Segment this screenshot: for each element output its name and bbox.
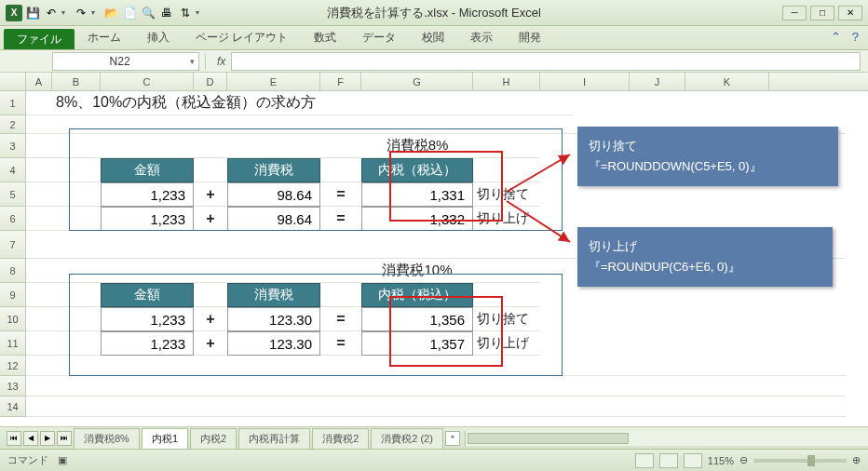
qat-sort-icon[interactable]: ⇅ [177, 5, 194, 21]
col-header-F[interactable]: F [320, 73, 361, 90]
cell-incl[interactable]: 1,356 [361, 307, 473, 331]
qat-preview-icon[interactable]: 🔍 [140, 5, 156, 21]
cell[interactable] [26, 158, 52, 182]
sheet-nav-prev[interactable]: ◀ [23, 431, 38, 446]
cell-amount[interactable]: 1,233 [101, 307, 194, 331]
col-header-C[interactable]: C [101, 73, 194, 90]
col-header-D[interactable]: D [194, 73, 227, 90]
zoom-in-button[interactable]: ⊕ [852, 454, 861, 466]
header-incl[interactable]: 内税（税込） [361, 158, 473, 182]
cell[interactable] [26, 283, 52, 307]
select-all-corner[interactable] [0, 73, 26, 90]
qat-save-icon[interactable]: 💾 [24, 5, 41, 21]
col-header-H[interactable]: H [473, 73, 540, 90]
col-header-I[interactable]: I [540, 73, 630, 90]
sheet-tab[interactable]: 内税1 [142, 428, 188, 449]
h-scrollbar[interactable] [465, 431, 868, 446]
cell-amount[interactable]: 1,233 [101, 207, 194, 231]
view-normal-icon[interactable] [635, 453, 654, 468]
zoom-level[interactable]: 115% [708, 455, 734, 466]
cell[interactable] [52, 134, 101, 158]
formula-input[interactable] [231, 52, 861, 71]
cell[interactable] [26, 397, 846, 417]
cell-eq[interactable]: = [320, 331, 361, 356]
cell[interactable] [320, 158, 361, 182]
zoom-out-button[interactable]: ⊖ [739, 454, 748, 466]
cell[interactable] [26, 331, 52, 356]
col-header-J[interactable]: J [630, 73, 685, 90]
cell[interactable] [26, 182, 52, 207]
cell[interactable] [26, 134, 52, 158]
cell-tax[interactable]: 98.64 [227, 182, 320, 207]
view-layout-icon[interactable] [659, 453, 678, 468]
cell-incl[interactable]: 1,331 [361, 182, 473, 207]
row-header[interactable]: 1 [0, 91, 26, 115]
cell[interactable] [194, 259, 227, 283]
cell-tax[interactable]: 123.30 [227, 307, 320, 331]
row-header[interactable]: 3 [0, 134, 26, 158]
tab-view[interactable]: 表示 [457, 26, 506, 49]
cell[interactable] [52, 182, 101, 207]
cell[interactable] [320, 259, 361, 283]
sheet-nav-first[interactable]: ⏮ [7, 431, 21, 446]
cell[interactable] [473, 283, 540, 307]
cell[interactable] [320, 134, 361, 158]
row-header[interactable]: 13 [0, 376, 26, 397]
sheet-nav-next[interactable]: ▶ [40, 431, 55, 446]
qat-customize-drop[interactable]: ▾ [196, 8, 205, 17]
sheet-tab[interactable]: 消費税8% [74, 428, 140, 449]
cell[interactable] [194, 134, 227, 158]
cell[interactable] [194, 158, 227, 182]
qat-redo-drop[interactable]: ▾ [91, 8, 101, 17]
cell-plus[interactable]: + [194, 307, 227, 331]
cell-plus[interactable]: + [194, 207, 227, 231]
cell-label[interactable]: 切り上げ [473, 331, 540, 356]
cell-tax[interactable]: 98.64 [227, 207, 320, 231]
tab-developer[interactable]: 開発 [506, 26, 554, 49]
cell-section-title[interactable]: 消費税10% [361, 259, 473, 283]
sheet-nav-last[interactable]: ⏭ [57, 431, 72, 446]
cell-incl[interactable]: 1,332 [361, 207, 473, 231]
cell-title[interactable]: 8%、10%の内税（税込金額）の求め方 [52, 91, 574, 115]
row-header[interactable]: 7 [0, 231, 26, 259]
col-header-A[interactable]: A [26, 73, 52, 90]
cell-eq[interactable]: = [320, 207, 361, 231]
cell[interactable] [26, 91, 52, 115]
cell-eq[interactable]: = [320, 307, 361, 331]
cell-label[interactable]: 切り捨て [473, 307, 540, 331]
sheet-tab[interactable]: 消費税2 [312, 428, 369, 449]
cell[interactable] [26, 259, 52, 283]
tab-formulas[interactable]: 数式 [301, 26, 349, 49]
row-header[interactable]: 4 [0, 158, 26, 182]
cell-section-title[interactable]: 消費税8% [361, 134, 473, 158]
qat-open-icon[interactable]: 📂 [102, 5, 119, 21]
ribbon-minimize-icon[interactable]: ⌃ [831, 30, 841, 44]
cell[interactable] [52, 331, 101, 356]
col-header-E[interactable]: E [227, 73, 320, 90]
col-header-G[interactable]: G [361, 73, 473, 90]
row-header[interactable]: 2 [0, 115, 26, 134]
view-break-icon[interactable] [684, 453, 702, 468]
cell[interactable] [26, 356, 846, 376]
cell[interactable] [52, 207, 101, 231]
help-icon[interactable]: ? [852, 30, 859, 44]
cell[interactable] [52, 307, 101, 331]
header-incl[interactable]: 内税（税込） [361, 283, 473, 307]
row-header[interactable]: 11 [0, 331, 26, 356]
maximize-button[interactable]: □ [810, 6, 834, 20]
cell-label[interactable]: 切り捨て [473, 182, 540, 207]
macro-record-icon[interactable]: ▣ [58, 454, 67, 466]
minimize-button[interactable]: ─ [782, 6, 807, 20]
cell[interactable] [26, 376, 846, 397]
cell-incl[interactable]: 1,357 [361, 331, 473, 356]
cell[interactable] [52, 283, 101, 307]
cell-tax[interactable]: 123.30 [227, 331, 320, 356]
cell[interactable] [101, 134, 194, 158]
sheet-tab[interactable]: 内税再計算 [238, 428, 310, 449]
name-box-drop[interactable]: ▾ [186, 57, 198, 66]
tab-insert[interactable]: 挿入 [134, 26, 183, 49]
sheet-tab[interactable]: 内税2 [190, 428, 237, 449]
fx-icon[interactable]: fx [217, 55, 225, 68]
row-header[interactable]: 14 [0, 397, 26, 417]
qat-new-icon[interactable]: 📄 [121, 5, 138, 21]
